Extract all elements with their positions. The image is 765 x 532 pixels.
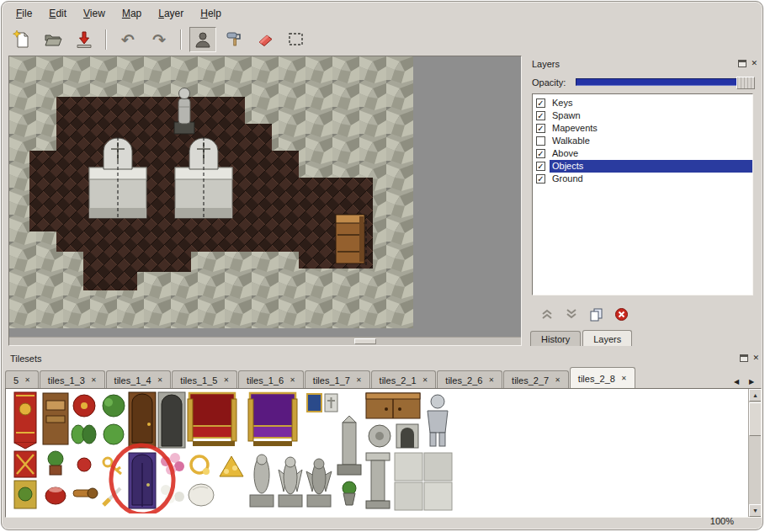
tile-purple-door[interactable]	[129, 453, 156, 508]
tab-close-icon[interactable]: ✕	[157, 376, 163, 384]
tab-layers[interactable]: Layers	[582, 330, 632, 346]
select-tool-button[interactable]	[283, 27, 310, 52]
tileset-tab[interactable]: tiles_1_4 ✕	[106, 370, 172, 389]
tab-close-icon[interactable]: ✕	[621, 375, 627, 382]
save-file-button[interactable]	[71, 27, 98, 52]
menu-file[interactable]: File	[8, 6, 40, 22]
tile-obelisk[interactable]	[337, 416, 361, 475]
layer-visibility-checkbox[interactable]: ✓	[536, 174, 545, 184]
tile-plants[interactable]	[72, 425, 96, 444]
tile-praying-statue[interactable]	[250, 455, 274, 507]
panel-float-icon[interactable]	[740, 354, 748, 362]
vscroll-thumb[interactable]	[749, 402, 762, 436]
tile-gargoyle-statue[interactable]	[306, 459, 332, 507]
tileset-tab-active[interactable]: tiles_2_8 ✕	[570, 367, 635, 389]
menu-layer[interactable]: Layer	[151, 6, 191, 22]
tile-plant-vase[interactable]	[343, 481, 356, 505]
move-layer-down-icon[interactable]	[565, 308, 578, 320]
layer-visibility-checkbox[interactable]	[536, 136, 545, 146]
tileset-grid[interactable]	[9, 391, 455, 513]
tab-close-icon[interactable]: ✕	[555, 376, 560, 384]
tile-red-banner[interactable]	[14, 451, 36, 477]
tile-bush-2[interactable]	[104, 424, 124, 444]
stamp-tool-button[interactable]	[189, 27, 216, 52]
tile-pillar[interactable]	[366, 453, 390, 508]
menu-edit[interactable]: Edit	[41, 6, 74, 22]
new-file-button[interactable]	[8, 27, 35, 52]
layer-visibility-checkbox[interactable]: ✓	[536, 98, 545, 108]
eraser-tool-button[interactable]	[252, 27, 279, 52]
tab-history[interactable]: History	[530, 331, 581, 346]
tileset-tab[interactable]: 5 ✕	[5, 370, 39, 389]
map-horizontal-scrollbar[interactable]	[9, 337, 521, 345]
tile-gold-banner[interactable]	[14, 481, 36, 508]
panel-close-icon[interactable]: ✕	[751, 59, 757, 67]
scroll-up-icon[interactable]: ▲	[749, 389, 762, 402]
map-canvas[interactable]	[9, 56, 413, 328]
layer-row-mapevents[interactable]: ✓ Mapevents	[533, 122, 752, 135]
tile-red-banner-tall[interactable]	[14, 392, 36, 449]
layer-row-keys[interactable]: ✓ Keys	[533, 97, 752, 109]
tileset-tab[interactable]: tiles_1_5 ✕	[172, 370, 237, 389]
tile-stone-blocks[interactable]	[395, 453, 452, 510]
tile-wooden-dresser[interactable]	[366, 393, 420, 418]
layer-visibility-checkbox[interactable]: ✓	[536, 149, 545, 158]
menu-map[interactable]: Map	[114, 6, 149, 22]
tile-round-shield[interactable]	[369, 425, 390, 447]
move-layer-up-icon[interactable]	[540, 308, 554, 320]
tileset-tab[interactable]: tiles_2_6 ✕	[437, 370, 502, 389]
layer-row-spawn[interactable]: ✓ Spawn	[533, 109, 752, 122]
tab-close-icon[interactable]: ✕	[290, 376, 295, 384]
tileset-tab[interactable]: tiles_1_7 ✕	[305, 370, 370, 389]
tile-red-pot[interactable]	[45, 487, 66, 504]
tileset-tab[interactable]: tiles_2_1 ✕	[371, 370, 437, 389]
tile-angel-statue[interactable]	[279, 457, 302, 507]
tile-potted-plant[interactable]	[48, 451, 63, 475]
tile-brown-door[interactable]	[129, 392, 156, 448]
tile-club[interactable]	[73, 488, 98, 498]
tab-close-icon[interactable]: ✕	[223, 376, 229, 384]
tab-close-icon[interactable]: ✕	[356, 376, 362, 384]
tileset-tab[interactable]: tiles_1_6 ✕	[238, 370, 304, 389]
tab-scroll-left-icon[interactable]: ◀	[730, 374, 743, 389]
undo-button[interactable]: ↶	[114, 27, 141, 52]
delete-layer-icon[interactable]	[614, 307, 629, 322]
layer-row-above[interactable]: ✓ Above	[533, 147, 752, 160]
tile-silver-armor[interactable]	[428, 395, 448, 446]
tileset-vertical-scrollbar[interactable]: ▲ ▼	[748, 389, 761, 517]
scroll-down-icon[interactable]: ▼	[749, 504, 762, 517]
tab-close-icon[interactable]: ✕	[24, 376, 30, 384]
tab-close-icon[interactable]: ✕	[488, 376, 494, 384]
tile-crypt-arch[interactable]	[396, 424, 418, 448]
opacity-slider-handle[interactable]	[736, 77, 755, 89]
layer-visibility-checkbox[interactable]: ✓	[536, 124, 545, 133]
tile-gold-chain[interactable]	[191, 456, 210, 475]
tile-bush[interactable]	[103, 395, 125, 417]
layer-row-ground[interactable]: ✓ Ground	[533, 173, 752, 185]
menu-help[interactable]: Help	[193, 6, 229, 22]
layer-row-objects[interactable]: ✓ Objects	[533, 160, 752, 173]
redo-button[interactable]: ↷	[146, 27, 173, 52]
tile-wooden-loom[interactable]	[43, 393, 68, 444]
opacity-slider[interactable]	[576, 78, 755, 86]
tab-scroll-right-icon[interactable]: ▶	[745, 374, 758, 389]
tile-red-throne[interactable]	[188, 393, 236, 446]
open-file-button[interactable]	[40, 27, 66, 52]
tile-picture-frame[interactable]	[307, 394, 321, 412]
tile-cross-plaque[interactable]	[325, 394, 337, 412]
panel-close-icon[interactable]: ✕	[752, 354, 759, 362]
duplicate-layer-icon[interactable]	[589, 307, 603, 322]
tile-gold-pile[interactable]	[220, 456, 243, 476]
tile-white-boulder[interactable]	[189, 484, 214, 506]
tile-purple-throne[interactable]	[248, 393, 297, 446]
layer-visibility-checkbox[interactable]: ✓	[536, 162, 545, 171]
tile-red-cushion[interactable]	[73, 395, 95, 417]
menu-view[interactable]: View	[76, 6, 113, 22]
tileset-tab[interactable]: tiles_1_3 ✕	[40, 370, 105, 389]
panel-float-icon[interactable]	[738, 60, 746, 67]
tile-gray-door[interactable]	[158, 392, 185, 448]
tileset-tab[interactable]: tiles_2_7 ✕	[503, 370, 569, 389]
map-hscroll-thumb[interactable]	[354, 338, 376, 344]
tab-close-icon[interactable]: ✕	[422, 376, 428, 384]
fill-tool-button[interactable]	[220, 27, 247, 52]
